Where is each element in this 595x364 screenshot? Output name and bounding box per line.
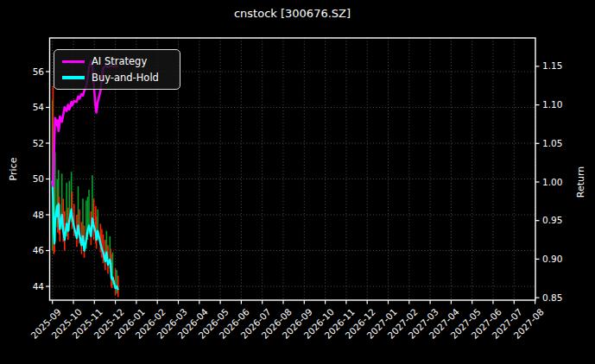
left-tick-label: 48: [3, 210, 44, 220]
left-tick-label: 56: [3, 67, 44, 77]
ai-strategy-line-swatch: [62, 60, 85, 64]
left-tick-label: 46: [3, 246, 44, 255]
right-axis-label: Return: [575, 166, 586, 198]
legend: AI Strategy Buy-and-Hold: [54, 49, 180, 90]
legend-item-buy-and-hold: Buy-and-Hold: [62, 72, 172, 84]
left-tick-label: 50: [3, 174, 44, 184]
right-tick-label: 1.05: [542, 139, 562, 148]
right-tick-label: 1.10: [542, 100, 562, 110]
right-tick-label: 0.90: [542, 254, 562, 264]
right-tick-label: 0.85: [542, 293, 562, 303]
legend-label: AI Strategy: [92, 56, 147, 67]
figure: cnstock [300676.SZ] Price Return 4446485…: [0, 0, 595, 364]
right-tick-label: 1.00: [542, 178, 562, 187]
legend-item-ai-strategy: AI Strategy: [62, 56, 172, 67]
left-tick-label: 52: [3, 139, 44, 148]
buy-and-hold-line-swatch: [62, 76, 85, 79]
right-tick-label: 1.15: [542, 61, 562, 71]
left-tick-label: 54: [3, 103, 44, 112]
left-tick-label: 44: [3, 282, 44, 292]
right-tick-label: 0.95: [542, 216, 562, 225]
legend-label: Buy-and-Hold: [92, 72, 159, 84]
